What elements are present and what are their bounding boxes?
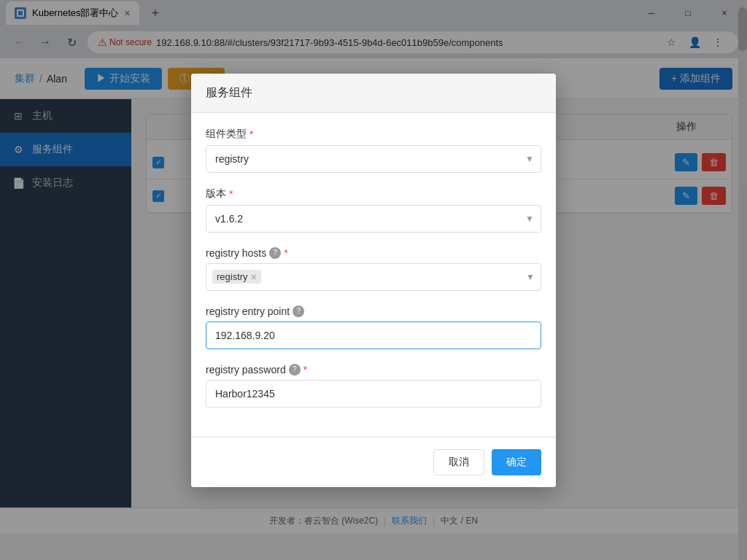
version-select-wrapper: v1.6.2 ▼	[206, 205, 541, 233]
tags-dropdown-icon[interactable]: ▼	[526, 272, 535, 282]
dialog-title: 服务组件	[206, 86, 252, 98]
registry-tag-label: registry	[217, 271, 248, 282]
registry-entry-point-label: registry entry point ?	[206, 306, 541, 317]
dialog-footer: 取消 确定	[191, 437, 556, 487]
modal-overlay: 服务组件 组件类型 * registry ▼ 版本	[0, 0, 747, 560]
component-type-group: 组件类型 * registry ▼	[206, 128, 541, 173]
registry-password-help-icon[interactable]: ?	[289, 364, 301, 376]
registry-tag: registry ×	[212, 270, 261, 284]
confirm-button[interactable]: 确定	[492, 449, 541, 475]
version-select[interactable]: v1.6.2	[206, 205, 541, 233]
dialog: 服务组件 组件类型 * registry ▼ 版本	[191, 74, 556, 487]
cancel-button[interactable]: 取消	[433, 449, 484, 475]
required-marker: *	[229, 188, 233, 200]
registry-password-group: registry password ? *	[206, 364, 541, 408]
registry-password-label: registry password ? *	[206, 364, 541, 376]
registry-password-input[interactable]	[206, 380, 541, 408]
dialog-body: 组件类型 * registry ▼ 版本 * v1.6	[191, 113, 556, 437]
registry-tag-remove[interactable]: ×	[251, 272, 257, 282]
registry-hosts-group: registry hosts ? * registry × ▼	[206, 247, 541, 291]
component-type-select[interactable]: registry	[206, 145, 541, 173]
required-marker: *	[303, 364, 307, 376]
registry-entry-point-group: registry entry point ?	[206, 306, 541, 349]
version-label: 版本 *	[206, 187, 541, 201]
registry-entry-help-icon[interactable]: ?	[293, 306, 304, 317]
registry-entry-point-input[interactable]	[206, 322, 541, 349]
component-type-select-wrapper: registry ▼	[206, 145, 541, 173]
registry-hosts-help-icon[interactable]: ?	[269, 247, 281, 259]
required-marker: *	[284, 247, 287, 259]
dialog-header: 服务组件	[191, 74, 556, 113]
registry-hosts-label: registry hosts ? *	[206, 247, 541, 259]
registry-hosts-input[interactable]: registry × ▼	[206, 263, 541, 291]
component-type-label: 组件类型 *	[206, 128, 541, 141]
version-group: 版本 * v1.6.2 ▼	[206, 187, 541, 233]
required-marker: *	[249, 128, 253, 140]
